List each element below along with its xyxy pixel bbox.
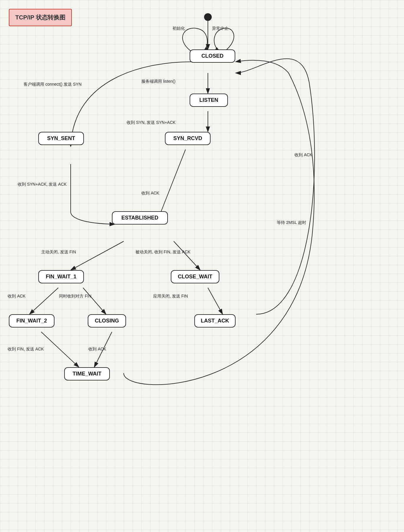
label-recv-ack-3: 收到 ACK (8, 294, 26, 299)
state-syn-sent: SYN_SENT (38, 132, 84, 145)
state-listen: LISTEN (190, 94, 228, 107)
state-syn-rcvd: SYN_RCVD (165, 132, 211, 145)
label-active-close: 主动关闭, 发送 FIN (41, 250, 76, 255)
label-recv-ack-1: 收到 ACK (141, 191, 159, 196)
state-last-ack: LAST_ACK (194, 314, 236, 327)
label-recv-ack-4: 收到 ACK (88, 347, 106, 352)
state-fin-wait-1: FIN_WAIT_1 (38, 270, 84, 283)
label-client-connect: 客户端调用 connect() 发送 SYN (24, 82, 82, 87)
label-recv-fin-send-ack: 收到 FIN, 发送 ACK (8, 347, 44, 352)
label-recv-syn-send-synack: 收到 SYN, 发送 SYN+ACK (127, 120, 175, 125)
label-app-close: 应用关闭, 发送 FIN (153, 294, 188, 299)
label-abnormal-stop: 异常中止 (212, 26, 229, 31)
label-recv-ack-2: 收到 ACK (294, 152, 312, 158)
label-recv-synack-send-ack: 收到 SYN+ACK, 发送 ACK (18, 182, 67, 187)
state-time-wait: TIME_WAIT (64, 367, 110, 380)
label-init: 初始化 (173, 26, 185, 31)
label-passive-close: 被动关闭, 收到 FIN, 发送 ACK (135, 250, 191, 255)
diagram-arrows (0, 0, 404, 532)
state-closed: CLOSED (190, 49, 235, 63)
state-established: ESTABLISHED (112, 211, 168, 225)
label-server-listen: 服务端调用 listen() (141, 79, 175, 84)
label-wait-2msl: 等待 2MSL 超时 (277, 220, 306, 225)
state-fin-wait-2: FIN_WAIT_2 (9, 314, 54, 327)
title: TCP/IP 状态转换图 (9, 9, 72, 26)
svg-point-2 (204, 13, 212, 21)
state-closing: CLOSING (88, 314, 126, 327)
label-recv-fin-same: 同时收到对方 FIN (59, 294, 91, 299)
state-close-wait: CLOSE_WAIT (171, 270, 219, 283)
